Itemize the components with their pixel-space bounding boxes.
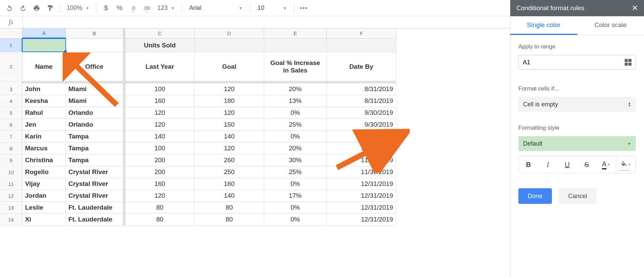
cell-date[interactable]: 9/30/2019: [327, 107, 396, 119]
cell-C2[interactable]: Last Year: [125, 52, 195, 81]
row-header[interactable]: 11: [0, 178, 22, 190]
cell-name[interactable]: Rahul: [22, 107, 66, 119]
cell-pct[interactable]: 13%: [264, 95, 327, 107]
cell-pct[interactable]: 0%: [264, 178, 327, 190]
condition-select[interactable]: Cell is empty ▲▼: [518, 97, 636, 112]
fill-color-button[interactable]: ▼: [616, 156, 636, 173]
cell-last-year[interactable]: 80: [125, 214, 195, 225]
cell-E1[interactable]: [264, 39, 327, 52]
cell-pct[interactable]: 20%: [264, 83, 327, 95]
italic-button[interactable]: I: [538, 156, 557, 173]
cell-office[interactable]: Ft. Lauderdale: [66, 202, 123, 213]
cell-date[interactable]: 8/31/2019: [327, 95, 396, 107]
cell-A1[interactable]: [22, 39, 66, 52]
cell-name[interactable]: Jen: [22, 119, 66, 130]
cell-office[interactable]: Orlando: [66, 119, 123, 130]
select-all-corner[interactable]: [0, 28, 22, 38]
cell-office[interactable]: Crystal River: [66, 178, 123, 190]
row-header-1[interactable]: 1: [0, 39, 22, 52]
row-header[interactable]: 10: [0, 166, 22, 178]
increase-decimal-button[interactable]: .00→: [141, 2, 153, 14]
strikethrough-button[interactable]: S: [577, 156, 596, 173]
cell-goal[interactable]: 160: [195, 178, 264, 190]
cell-E2[interactable]: Goal % Increase in Sales: [264, 52, 327, 81]
cell-goal[interactable]: 120: [195, 143, 264, 154]
cell-name[interactable]: Christina: [22, 154, 66, 166]
row-header[interactable]: 13: [0, 202, 22, 213]
cell-F2[interactable]: Date By: [327, 52, 396, 81]
cell-goal[interactable]: 80: [195, 202, 264, 213]
cell-last-year[interactable]: 100: [125, 83, 195, 95]
text-color-button[interactable]: A▼: [596, 156, 616, 173]
cell-last-year[interactable]: 140: [125, 131, 195, 142]
cell-pct[interactable]: 17%: [264, 190, 327, 201]
cell-name[interactable]: John: [22, 83, 66, 95]
row-header[interactable]: 14: [0, 214, 22, 225]
cell-D1[interactable]: [195, 39, 264, 52]
cell-pct[interactable]: 0%: [264, 131, 327, 142]
cell-goal[interactable]: 120: [195, 83, 264, 95]
done-button[interactable]: Done: [518, 188, 552, 204]
row-header[interactable]: 6: [0, 119, 22, 130]
cell-C1[interactable]: Units Sold: [125, 39, 195, 52]
paint-format-button[interactable]: [44, 2, 56, 14]
cell-last-year[interactable]: 160: [125, 95, 195, 107]
cell-office[interactable]: Crystal River: [66, 166, 123, 178]
cell-pct[interactable]: 30%: [264, 154, 327, 166]
cell-name[interactable]: Marcus: [22, 143, 66, 154]
cell-date[interactable]: 12/31/2019: [327, 202, 396, 213]
cell-D2[interactable]: Goal: [195, 52, 264, 81]
cell-last-year[interactable]: 100: [125, 143, 195, 154]
tab-single-color[interactable]: Single color: [510, 16, 577, 35]
close-icon[interactable]: ✕: [632, 4, 638, 13]
cell-goal[interactable]: 250: [195, 166, 264, 178]
cell-date[interactable]: 12/31/2019: [327, 190, 396, 201]
cell-last-year[interactable]: 200: [125, 154, 195, 166]
cell-pct[interactable]: 0%: [264, 214, 327, 225]
row-header[interactable]: 5: [0, 107, 22, 119]
cell-pct[interactable]: 25%: [264, 166, 327, 178]
format-percent-button[interactable]: %: [113, 2, 126, 14]
cell-goal[interactable]: 120: [195, 107, 264, 119]
row-header[interactable]: 12: [0, 190, 22, 201]
col-header-C[interactable]: C: [125, 28, 195, 38]
underline-button[interactable]: U: [558, 156, 577, 173]
row-header[interactable]: 8: [0, 143, 22, 154]
cell-office[interactable]: Ft. Lauderdale: [66, 214, 123, 225]
col-header-E[interactable]: E: [264, 28, 327, 38]
col-header-F[interactable]: F: [327, 28, 396, 38]
cell-last-year[interactable]: 120: [125, 190, 195, 201]
zoom-select[interactable]: 100%▼: [63, 4, 93, 12]
row-header[interactable]: 9: [0, 154, 22, 166]
cell-office[interactable]: Crystal River: [66, 190, 123, 201]
undo-button[interactable]: [3, 2, 16, 14]
cell-office[interactable]: Tampa: [66, 154, 123, 166]
style-select[interactable]: Default ▼: [518, 136, 636, 151]
decrease-decimal-button[interactable]: .0←: [127, 2, 139, 14]
cell-name[interactable]: Karin: [22, 131, 66, 142]
col-header-B[interactable]: B: [66, 28, 123, 38]
cell-date[interactable]: 12/31/2019: [327, 214, 396, 225]
cell-pct[interactable]: 25%: [264, 119, 327, 130]
cell-goal[interactable]: 150: [195, 119, 264, 130]
cell-last-year[interactable]: 120: [125, 119, 195, 130]
cell-name[interactable]: Rogelio: [22, 166, 66, 178]
cell-F1[interactable]: [327, 39, 396, 52]
row-header[interactable]: 3: [0, 83, 22, 95]
cell-last-year[interactable]: 80: [125, 202, 195, 213]
cell-last-year[interactable]: 120: [125, 107, 195, 119]
col-header-A[interactable]: A: [22, 28, 66, 38]
font-select[interactable]: Arial▼: [185, 4, 246, 12]
cell-name[interactable]: Leslie: [22, 202, 66, 213]
format-currency-button[interactable]: $: [100, 2, 112, 14]
cell-A2[interactable]: Name: [22, 52, 66, 81]
row-header-2[interactable]: 2: [0, 52, 22, 81]
row-header[interactable]: 4: [0, 95, 22, 107]
cell-pct[interactable]: 0%: [264, 202, 327, 213]
cell-office[interactable]: Tampa: [66, 143, 123, 154]
cell-last-year[interactable]: 160: [125, 178, 195, 190]
cell-goal[interactable]: 80: [195, 214, 264, 225]
row-header[interactable]: 7: [0, 131, 22, 142]
cell-B1[interactable]: [66, 39, 123, 52]
cell-name[interactable]: Xi: [22, 214, 66, 225]
